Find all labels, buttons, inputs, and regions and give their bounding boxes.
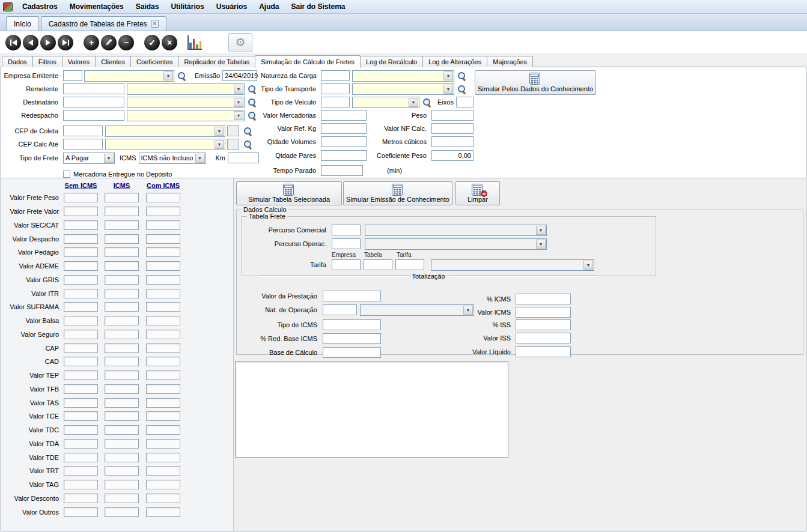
values-cell-com-icms[interactable]: [146, 357, 180, 366]
percurso-operac-input[interactable]: [332, 238, 361, 249]
chevron-down-icon[interactable]: [104, 154, 114, 163]
valor-prestacao-input[interactable]: [323, 291, 381, 301]
values-cell-sem-icms[interactable]: [64, 439, 98, 449]
search-icon[interactable]: [243, 127, 252, 136]
values-cell-sem-icms[interactable]: [64, 384, 98, 394]
cep-coleta-combo[interactable]: [105, 125, 225, 137]
values-cell-com-icms[interactable]: [146, 370, 180, 380]
chevron-down-icon[interactable]: [536, 240, 546, 249]
menu-movimentacoes[interactable]: Movimentações: [64, 1, 130, 13]
values-cell-icms[interactable]: [105, 480, 139, 489]
values-cell-sem-icms[interactable]: [64, 343, 98, 353]
chevron-down-icon[interactable]: [195, 154, 205, 163]
values-cell-icms[interactable]: [105, 466, 139, 476]
chevron-down-icon[interactable]: [163, 71, 173, 80]
add-record-button[interactable]: +: [84, 35, 99, 50]
values-cell-com-icms[interactable]: [146, 453, 180, 462]
cep-calc-ate-aux-input[interactable]: [227, 139, 239, 150]
values-cell-com-icms[interactable]: [146, 207, 180, 216]
values-cell-icms[interactable]: [105, 411, 139, 421]
search-icon[interactable]: [248, 85, 257, 94]
values-cell-sem-icms[interactable]: [64, 370, 98, 380]
edit-record-button[interactable]: [101, 35, 117, 50]
result-memo[interactable]: [235, 361, 508, 458]
tarifa-tabela-input[interactable]: [364, 259, 392, 270]
search-icon[interactable]: [457, 71, 466, 80]
red-base-icms-input[interactable]: [323, 333, 381, 344]
simular-tabela-selecionada-button[interactable]: Simular Tabela Selecionada: [236, 181, 342, 205]
values-cell-sem-icms[interactable]: [64, 247, 98, 257]
values-cell-icms[interactable]: [105, 302, 139, 312]
search-icon[interactable]: [248, 111, 257, 120]
values-cell-sem-icms[interactable]: [64, 275, 98, 285]
valor-icms-input[interactable]: [516, 307, 571, 318]
values-cell-sem-icms[interactable]: [64, 261, 98, 271]
values-cell-sem-icms[interactable]: [64, 316, 98, 325]
tab-inicio[interactable]: Início: [6, 16, 39, 31]
limpar-button[interactable]: Limpar: [455, 181, 500, 205]
chevron-down-icon[interactable]: [234, 85, 243, 94]
tipo-veiculo-combo[interactable]: [352, 97, 419, 108]
chevron-down-icon[interactable]: [536, 226, 546, 235]
tarifa-tarifa-input[interactable]: [395, 259, 424, 270]
values-cell-icms[interactable]: [105, 384, 139, 394]
values-cell-com-icms[interactable]: [146, 384, 180, 394]
percurso-operac-combo[interactable]: [365, 238, 547, 250]
values-cell-com-icms[interactable]: [146, 261, 180, 271]
coeficiente-peso-input[interactable]: 0,00: [431, 150, 474, 161]
peso-input[interactable]: [431, 110, 474, 121]
values-cell-icms[interactable]: [105, 330, 139, 339]
valor-iss-input[interactable]: [516, 333, 571, 343]
chevron-down-icon[interactable]: [443, 85, 453, 94]
values-cell-icms[interactable]: [105, 453, 139, 462]
values-cell-sem-icms[interactable]: [64, 234, 98, 244]
values-cell-icms[interactable]: [105, 316, 139, 325]
tab-coeficientes[interactable]: Coeficientes: [130, 56, 179, 67]
redespacho-code-input[interactable]: [63, 110, 124, 121]
menu-utilitarios[interactable]: Utilitários: [165, 1, 210, 13]
values-cell-icms[interactable]: [105, 289, 139, 298]
menu-sair-do-sistema[interactable]: Sair do Sistema: [285, 1, 351, 13]
pct-icms-input[interactable]: [516, 294, 571, 304]
eixos-input[interactable]: [456, 97, 474, 107]
km-input[interactable]: [228, 153, 259, 163]
search-icon[interactable]: [457, 85, 466, 94]
tab-majoracoes[interactable]: Majorações: [487, 56, 533, 67]
remetente-combo[interactable]: [127, 83, 245, 95]
values-cell-icms[interactable]: [105, 261, 139, 271]
values-cell-sem-icms[interactable]: [64, 453, 98, 462]
valor-mercadorias-input[interactable]: [321, 110, 367, 121]
values-cell-sem-icms[interactable]: [64, 466, 98, 476]
natureza-carga-code-input[interactable]: [321, 70, 350, 81]
icms-combo[interactable]: ICMS não Incluso: [139, 153, 206, 164]
tipo-transporte-code-input[interactable]: [321, 83, 350, 94]
tipo-transporte-combo[interactable]: [352, 83, 454, 95]
values-cell-icms[interactable]: [105, 343, 139, 353]
destinatario-code-input[interactable]: [63, 97, 124, 107]
tarifa-combo[interactable]: [431, 259, 594, 271]
tab-simulacao-de-calculo-de-fretes[interactable]: Simulação de Cálculo de Fretes: [255, 55, 361, 68]
values-cell-com-icms[interactable]: [146, 220, 180, 230]
values-cell-sem-icms[interactable]: [64, 357, 98, 366]
values-cell-icms[interactable]: [105, 220, 139, 230]
values-cell-com-icms[interactable]: [146, 302, 180, 312]
values-cell-icms[interactable]: [105, 439, 139, 449]
destinatario-combo[interactable]: [127, 97, 245, 108]
previous-record-button[interactable]: [23, 35, 38, 50]
redespacho-combo[interactable]: [127, 110, 245, 121]
chevron-down-icon[interactable]: [443, 71, 453, 80]
values-cell-sem-icms[interactable]: [64, 302, 98, 312]
confirm-button[interactable]: ✓: [144, 35, 160, 50]
cep-coleta-aux-input[interactable]: [227, 125, 239, 136]
values-cell-com-icms[interactable]: [146, 494, 180, 503]
emissao-input[interactable]: 24/04/2019: [222, 70, 257, 81]
values-cell-com-icms[interactable]: [146, 234, 180, 244]
entregue-deposito-checkbox[interactable]: [63, 171, 70, 178]
values-cell-icms[interactable]: [105, 507, 139, 517]
values-cell-com-icms[interactable]: [146, 343, 180, 353]
values-cell-icms[interactable]: [105, 370, 139, 380]
cancel-button[interactable]: ×: [162, 35, 177, 50]
chevron-down-icon[interactable]: [409, 98, 418, 107]
tipo-icms-input[interactable]: [323, 319, 381, 330]
values-cell-icms[interactable]: [105, 193, 139, 202]
